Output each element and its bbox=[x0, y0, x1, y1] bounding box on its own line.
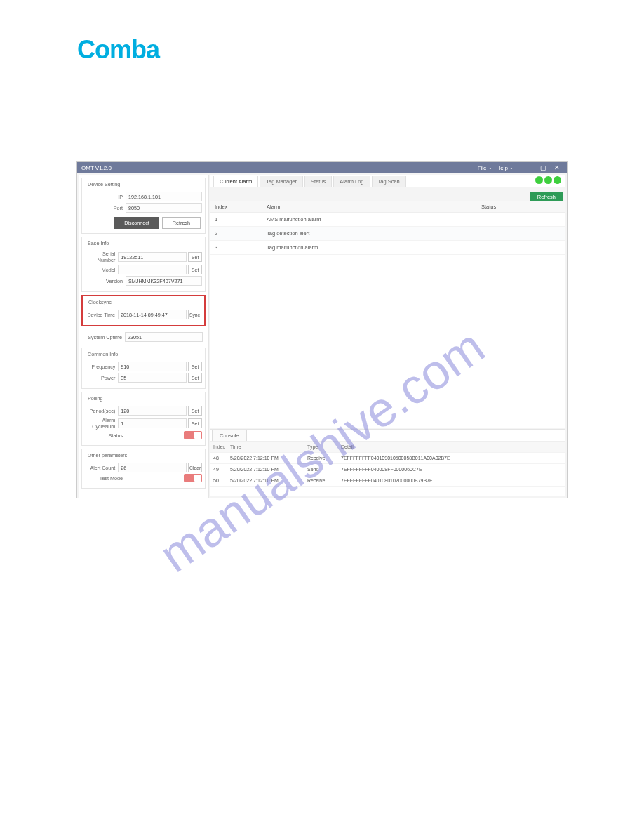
c-type: Receive bbox=[307, 478, 341, 483]
cell-alarm: AMS malfunction alarm bbox=[267, 216, 481, 223]
th-status: Status bbox=[481, 204, 565, 210]
maximize-button[interactable]: ▢ bbox=[537, 164, 549, 172]
c-detail: 7EFFFFFFFF040008FF0000060C7E bbox=[341, 467, 565, 472]
frequency-set-button[interactable]: Set bbox=[188, 362, 202, 371]
c-time: 5/20/2022 7:12:10 PM bbox=[230, 467, 307, 472]
sync-button[interactable]: Sync bbox=[188, 310, 201, 319]
cell-index: 2 bbox=[210, 230, 267, 237]
alarm-cycle-input[interactable] bbox=[118, 418, 187, 428]
version-label: Version bbox=[85, 278, 126, 284]
tab-alarm-log[interactable]: Alarm Log bbox=[333, 176, 370, 187]
serial-label: Serial Number bbox=[85, 251, 118, 263]
alarm-cycle-label: Alarm CycleNum bbox=[85, 417, 118, 430]
minimize-button[interactable]: — bbox=[523, 164, 535, 172]
c-index: 50 bbox=[210, 478, 230, 483]
window-title: OMT V1.2.0 bbox=[81, 165, 112, 171]
th-alarm: Alarm bbox=[267, 204, 481, 210]
table-row[interactable]: 3 Tag malfunction alarm bbox=[210, 241, 565, 255]
row-ip: IP bbox=[85, 192, 202, 201]
device-time-input[interactable] bbox=[118, 310, 187, 319]
alarm-cycle-set-button[interactable]: Set bbox=[188, 418, 202, 428]
tab-tag-manager[interactable]: Tag Manager bbox=[260, 176, 303, 187]
test-mode-toggle[interactable] bbox=[184, 474, 202, 482]
left-panel: Device Setting IP Port Disconnect Refres… bbox=[79, 175, 209, 498]
alert-count-label: Alert Count bbox=[85, 465, 118, 471]
refresh-button[interactable]: Refresh bbox=[530, 192, 563, 202]
period-set-button[interactable]: Set bbox=[188, 406, 202, 416]
c-detail: 7EFFFFFFFF0401080102000000B79B7E bbox=[341, 478, 565, 483]
alarm-table-area: Index Alarm Status 1 AMS malfunction ala… bbox=[210, 201, 565, 428]
port-input[interactable] bbox=[126, 203, 202, 213]
power-input[interactable] bbox=[118, 373, 187, 383]
connect-buttons: Disconnect Refresh bbox=[85, 214, 202, 229]
alarm-table-header: Index Alarm Status bbox=[210, 201, 565, 213]
frequency-label: Frequency bbox=[85, 364, 118, 370]
tab-tag-scan[interactable]: Tag Scan bbox=[372, 176, 406, 187]
titlebar-right: File⌄ Help⌄ — ▢ ✕ bbox=[478, 164, 563, 172]
window-controls: — ▢ ✕ bbox=[523, 164, 563, 172]
model-set-button[interactable]: Set bbox=[188, 265, 202, 274]
period-input[interactable] bbox=[118, 406, 187, 416]
row-device-time: Device Time Sync bbox=[86, 310, 201, 319]
ip-label: IP bbox=[85, 194, 126, 200]
console-row[interactable]: 50 5/20/2022 7:12:10 PM Receive 7EFFFFFF… bbox=[210, 475, 565, 486]
version-input[interactable] bbox=[126, 276, 202, 286]
menu-file[interactable]: File⌄ bbox=[478, 165, 492, 171]
group-title: Device Setting bbox=[86, 181, 121, 187]
ip-input[interactable] bbox=[126, 192, 202, 201]
device-time-label: Device Time bbox=[86, 312, 118, 318]
status-dot bbox=[535, 176, 543, 184]
console-row[interactable]: 48 5/20/2022 7:12:10 PM Receive 7EFFFFFF… bbox=[210, 453, 565, 464]
power-set-button[interactable]: Set bbox=[188, 373, 202, 383]
model-input[interactable] bbox=[118, 265, 187, 274]
status-label: Status bbox=[85, 432, 126, 439]
c-type: Send bbox=[307, 467, 341, 472]
period-label: Period(sec) bbox=[85, 408, 118, 414]
serial-input[interactable] bbox=[118, 252, 187, 262]
cell-alarm: Tag detection alert bbox=[267, 230, 481, 237]
port-label: Port bbox=[85, 205, 126, 211]
row-power: Power Set bbox=[85, 373, 202, 383]
console-tab[interactable]: Console bbox=[212, 430, 247, 441]
row-period: Period(sec) Set bbox=[85, 406, 202, 416]
group-title: Base Info bbox=[86, 240, 110, 246]
table-row[interactable]: 2 Tag detection alert bbox=[210, 227, 565, 241]
row-test-mode: Test Mode bbox=[85, 474, 202, 482]
ch-index: Index bbox=[210, 444, 230, 449]
group-clocksync: Clocksync Device Time Sync bbox=[81, 295, 206, 326]
menu-help-label: Help bbox=[497, 165, 508, 171]
group-title: Common Info bbox=[86, 351, 119, 357]
alert-count-input[interactable] bbox=[118, 463, 187, 472]
test-mode-label: Test Mode bbox=[85, 475, 126, 482]
clear-button[interactable]: Clear bbox=[188, 463, 202, 472]
c-time: 5/20/2022 7:12:10 PM bbox=[230, 478, 307, 483]
row-model: Model Set bbox=[85, 265, 202, 274]
frequency-input[interactable] bbox=[118, 362, 187, 371]
th-index: Index bbox=[210, 204, 267, 210]
menu-help[interactable]: Help⌄ bbox=[497, 165, 514, 171]
row-uptime: System Uptime bbox=[84, 332, 203, 342]
console-panel: Console Index Time Type Detail 48 5/20/2… bbox=[210, 429, 565, 496]
serial-set-button[interactable]: Set bbox=[188, 252, 202, 262]
ch-time: Time bbox=[230, 444, 307, 449]
uptime-input[interactable] bbox=[125, 332, 203, 342]
group-common-info: Common Info Frequency Set Power Set bbox=[81, 348, 206, 389]
titlebar: OMT V1.2.0 File⌄ Help⌄ — ▢ ✕ bbox=[77, 162, 567, 173]
close-button[interactable]: ✕ bbox=[551, 164, 563, 172]
group-title: Polling bbox=[86, 395, 105, 402]
console-row[interactable]: 49 5/20/2022 7:12:10 PM Send 7EFFFFFFFF0… bbox=[210, 464, 565, 475]
row-alert-count: Alert Count Clear bbox=[85, 463, 202, 472]
logo: Comba bbox=[77, 35, 159, 65]
tab-status[interactable]: Status bbox=[304, 176, 332, 187]
disconnect-button[interactable]: Disconnect bbox=[114, 217, 159, 229]
refresh-button-side[interactable]: Refresh bbox=[162, 217, 201, 229]
c-index: 48 bbox=[210, 456, 230, 461]
row-version: Version bbox=[85, 276, 202, 286]
c-index: 49 bbox=[210, 467, 230, 472]
tab-current-alarm[interactable]: Current Alarm bbox=[213, 176, 258, 187]
row-status: Status bbox=[85, 431, 202, 439]
table-row[interactable]: 1 AMS malfunction alarm bbox=[210, 213, 565, 227]
status-toggle[interactable] bbox=[184, 431, 202, 439]
c-detail: 7EFFFFFFFF040109010500058B011A00A02B7E bbox=[341, 456, 565, 461]
group-title: Other parameters bbox=[86, 452, 128, 458]
